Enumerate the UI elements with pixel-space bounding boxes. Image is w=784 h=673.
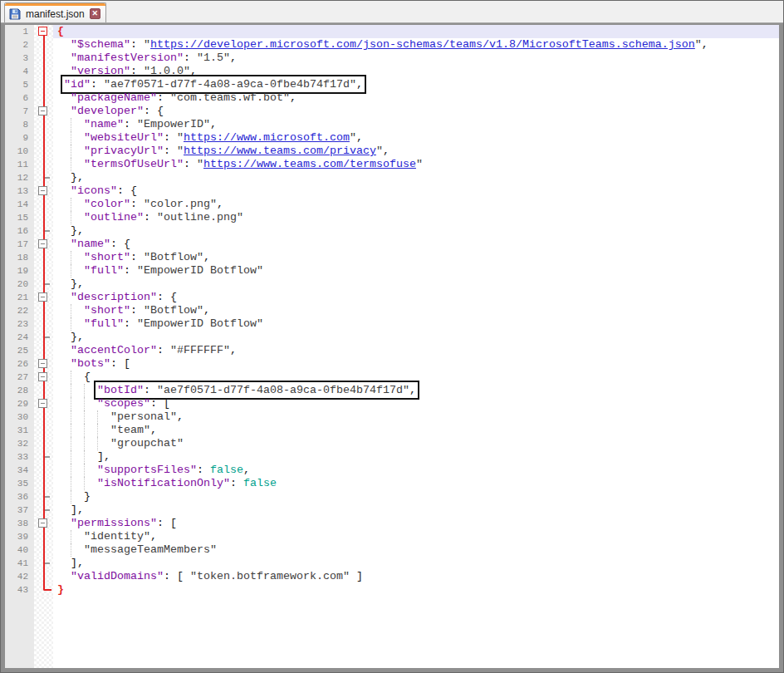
editor-line[interactable]: 19 "full": "EmpowerID Botflow" <box>5 264 779 278</box>
editor-line[interactable]: 29 "scopes": [ <box>5 397 779 410</box>
editor-line[interactable]: 43} <box>5 583 779 597</box>
editor-line[interactable]: 18 "short": "Botflow", <box>5 251 779 264</box>
editor-line[interactable]: 34 "supportsFiles": false, <box>5 464 779 477</box>
editor-line[interactable]: 40 "messageTeamMembers" <box>5 543 779 557</box>
editor-line[interactable]: 16 }, <box>5 224 779 238</box>
code-line[interactable]: "isNotificationOnly": false <box>53 477 779 490</box>
editor-line[interactable]: 7 "developer": { <box>5 105 779 118</box>
code-line[interactable]: "icons": { <box>53 184 779 198</box>
editor-line[interactable]: 20 }, <box>5 278 779 291</box>
editor-line[interactable]: 35 "isNotificationOnly": false <box>5 477 779 490</box>
code-line[interactable]: "full": "EmpowerID Botflow" <box>53 317 779 331</box>
code-line[interactable]: } <box>53 583 779 597</box>
fold-toggle-icon[interactable] <box>38 292 47 302</box>
editor-line[interactable]: 4 "version": "1.0.0", <box>5 65 779 78</box>
editor-line[interactable]: 6 "packageName": "com.teams.wf.bot", <box>5 91 779 105</box>
code-line[interactable]: "identity", <box>53 530 779 543</box>
code-line[interactable]: "color": "color.png", <box>53 198 779 211</box>
code-line[interactable]: { <box>53 371 779 384</box>
code-line[interactable]: "scopes": [ <box>53 397 779 410</box>
editor-line[interactable]: 12 }, <box>5 171 779 184</box>
code-line[interactable]: ], <box>53 504 779 517</box>
code-line[interactable]: ], <box>53 557 779 570</box>
editor-line[interactable]: 39 "identity", <box>5 530 779 543</box>
editor-line[interactable]: 14 "color": "color.png", <box>5 198 779 211</box>
empty-code-area[interactable] <box>53 597 779 668</box>
editor-line[interactable]: 5 "id": "ae7f0571-d77f-4a08-a9ca-0fbe4b7… <box>5 78 779 91</box>
code-line[interactable]: }, <box>53 278 779 291</box>
editor-line[interactable]: 42 "validDomains": [ "token.botframework… <box>5 570 779 583</box>
editor-line[interactable]: 25 "accentColor": "#FFFFFF", <box>5 344 779 357</box>
fold-toggle-icon[interactable] <box>38 106 47 115</box>
editor-line[interactable]: 27 { <box>5 371 779 384</box>
editor[interactable]: 1{2 "$schema": "https://developer.micros… <box>5 25 779 668</box>
fold-toggle-icon[interactable] <box>38 239 47 248</box>
tab-manifest-json[interactable]: manifest.json ✕ <box>4 2 106 22</box>
fold-toggle-icon[interactable] <box>38 359 47 368</box>
code-line[interactable]: "name": "EmpowerID", <box>53 118 779 131</box>
fold-toggle-icon[interactable] <box>38 518 47 528</box>
editor-line[interactable]: 3 "manifestVersion": "1.5", <box>5 52 779 65</box>
code-line[interactable]: "personal", <box>53 410 779 424</box>
code-line[interactable]: "short": "Botflow", <box>53 251 779 264</box>
code-line[interactable]: "termsOfUseUrl": "https://www.teams.com/… <box>53 158 779 171</box>
fold-toggle-icon[interactable] <box>38 372 47 381</box>
editor-line[interactable]: 17 "name": { <box>5 238 779 251</box>
code-line[interactable]: { <box>53 25 779 38</box>
editor-line[interactable]: 2 "$schema": "https://developer.microsof… <box>5 38 779 52</box>
code-line[interactable]: "description": { <box>53 291 779 304</box>
code-line[interactable]: ], <box>53 450 779 464</box>
editor-line[interactable]: 22 "short": "Botflow", <box>5 304 779 317</box>
editor-line[interactable]: 10 "privacyUrl": "https://www.teams.com/… <box>5 145 779 158</box>
code-line[interactable]: }, <box>53 331 779 344</box>
editor-line[interactable]: 15 "outline": "outline.png" <box>5 211 779 224</box>
code-line[interactable]: "groupchat" <box>53 437 779 450</box>
code-line[interactable]: "websiteUrl": "https://www.microsoft.com… <box>53 131 779 145</box>
code-line[interactable]: }, <box>53 171 779 184</box>
code-line[interactable]: "id": "ae7f0571-d77f-4a08-a9ca-0fbe4b74f… <box>53 78 779 91</box>
editor-line[interactable]: 26 "bots": [ <box>5 357 779 371</box>
code-line[interactable]: }, <box>53 224 779 238</box>
editor-line[interactable]: 23 "full": "EmpowerID Botflow" <box>5 317 779 331</box>
code-line[interactable]: "validDomains": [ "token.botframework.co… <box>53 570 779 583</box>
code-line[interactable]: "full": "EmpowerID Botflow" <box>53 264 779 278</box>
editor-line[interactable]: 11 "termsOfUseUrl": "https://www.teams.c… <box>5 158 779 171</box>
code-line[interactable]: "$schema": "https://developer.microsoft.… <box>53 38 779 52</box>
empty-area[interactable] <box>5 597 779 668</box>
code-line[interactable]: "packageName": "com.teams.wf.bot", <box>53 91 779 105</box>
editor-line[interactable]: 13 "icons": { <box>5 184 779 198</box>
editor-line[interactable]: 36 } <box>5 490 779 504</box>
code-line[interactable]: "bots": [ <box>53 357 779 371</box>
code-line[interactable]: "developer": { <box>53 105 779 118</box>
fold-toggle-icon[interactable] <box>38 27 47 36</box>
editor-line[interactable]: 9 "websiteUrl": "https://www.microsoft.c… <box>5 131 779 145</box>
code-line[interactable]: "supportsFiles": false, <box>53 464 779 477</box>
editor-line[interactable]: 24 }, <box>5 331 779 344</box>
editor-line[interactable]: 8 "name": "EmpowerID", <box>5 118 779 131</box>
code-line[interactable]: "accentColor": "#FFFFFF", <box>53 344 779 357</box>
fold-toggle-icon[interactable] <box>38 186 47 195</box>
editor-line[interactable]: 33 ], <box>5 450 779 464</box>
editor-line[interactable]: 31 "team", <box>5 424 779 437</box>
code-line[interactable]: "messageTeamMembers" <box>53 543 779 557</box>
editor-line[interactable]: 21 "description": { <box>5 291 779 304</box>
code-line[interactable]: "name": { <box>53 238 779 251</box>
close-tab-icon[interactable]: ✕ <box>90 8 100 19</box>
editor-line[interactable]: 1{ <box>5 25 779 38</box>
code-line[interactable]: "outline": "outline.png" <box>53 211 779 224</box>
code-line[interactable]: "privacyUrl": "https://www.teams.com/pri… <box>53 145 779 158</box>
fold-toggle-icon[interactable] <box>38 399 47 408</box>
editor-line[interactable]: 30 "personal", <box>5 410 779 424</box>
code-line[interactable]: "manifestVersion": "1.5", <box>53 52 779 65</box>
code-line[interactable]: "version": "1.0.0", <box>53 65 779 78</box>
code-line[interactable]: "short": "Botflow", <box>53 304 779 317</box>
code-line[interactable]: "team", <box>53 424 779 437</box>
editor-line[interactable]: 38 "permissions": [ <box>5 517 779 530</box>
code-line[interactable]: } <box>53 490 779 504</box>
editor-line[interactable]: 41 ], <box>5 557 779 570</box>
code-line[interactable]: "permissions": [ <box>53 517 779 530</box>
editor-line[interactable]: 37 ], <box>5 504 779 517</box>
code-line[interactable]: "botId": "ae7f0571-d77f-4a08-a9ca-0fbe4b… <box>53 384 779 397</box>
editor-line[interactable]: 32 "groupchat" <box>5 437 779 450</box>
editor-line[interactable]: 28 "botId": "ae7f0571-d77f-4a08-a9ca-0fb… <box>5 384 779 397</box>
